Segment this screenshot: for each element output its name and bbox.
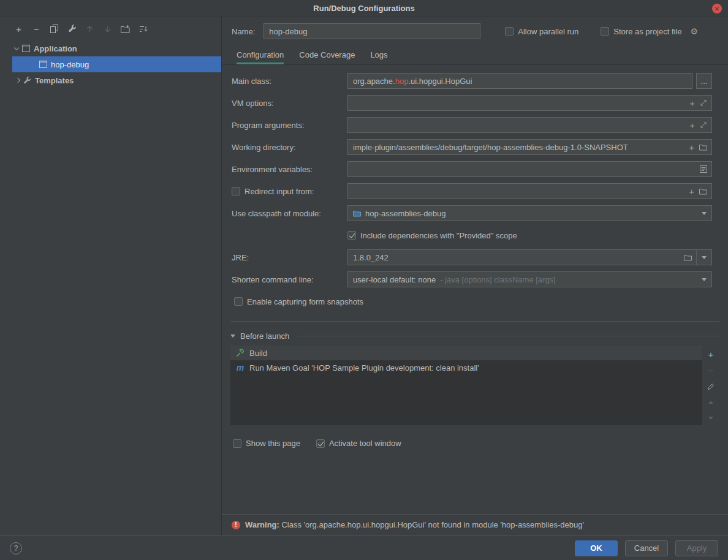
collapse-triangle-icon[interactable] [230,335,235,338]
shorten-command-line-combo[interactable]: user-local default: none - java [options… [347,271,712,287]
name-input[interactable] [264,23,480,39]
tab-code-coverage[interactable]: Code Coverage [299,50,355,64]
application-icon [39,61,47,68]
store-as-project-file-checkbox[interactable]: Store as project file [601,27,681,36]
dialog-footer: ? OK Cancel Apply [0,535,728,560]
cancel-button[interactable]: Cancel [625,540,668,556]
checkbox-box[interactable] [505,27,514,36]
tree-node-templates[interactable]: Templates [0,72,221,88]
tab-bar: Configuration Code Coverage Logs [222,45,728,65]
sort-configurations-icon[interactable] [138,24,148,34]
chevron-down-icon[interactable] [14,45,19,50]
program-arguments-row: Program arguments: + [232,114,718,136]
working-directory-label: Working directory: [232,143,347,152]
gear-icon[interactable]: ⚙ [691,26,699,36]
tree-node-hop-debug[interactable]: hop-debug [12,56,221,72]
remove-task-button[interactable]: − [706,365,716,376]
tree-node-label: Templates [35,76,74,85]
main-class-value-post: .ui.hopgui.HopGui [408,77,472,86]
provided-scope-checkbox[interactable]: Include dependencies with "Provided" sco… [347,231,517,240]
add-task-button[interactable]: + [706,349,716,360]
classpath-module-label: Use classpath of module: [232,209,347,218]
copy-configuration-icon[interactable] [49,24,59,34]
apply-button[interactable]: Apply [675,540,718,556]
working-directory-field[interactable]: imple-plugin/assemblies/debug/target/hop… [347,139,712,155]
move-down-icon[interactable] [102,24,113,34]
add-icon[interactable]: + [689,121,695,130]
checkbox-box[interactable] [601,27,609,36]
tab-logs[interactable]: Logs [370,50,387,64]
environment-variables-field[interactable] [347,161,712,177]
expand-icon[interactable] [700,99,707,107]
title-bar: Run/Debug Configurations ✕ [0,0,728,17]
activate-tool-window-checkbox[interactable]: Activate tool window [316,439,401,448]
allow-parallel-run-checkbox[interactable]: Allow parallel run [505,27,578,36]
tab-configuration[interactable]: Configuration [237,50,284,64]
checkbox-box[interactable] [232,187,240,195]
checkbox-label: Enable capturing form snapshots [247,297,363,306]
folder-icon[interactable] [684,254,692,261]
folder-icon[interactable] [699,188,707,195]
browse-main-class-button[interactable]: ... [696,73,712,89]
tree-node-label: hop-debug [51,60,89,69]
name-label: Name: [232,27,255,36]
move-up-icon[interactable] [85,24,95,34]
shorten-hint: - java [options] className [args] [440,275,556,284]
add-icon[interactable]: + [689,99,695,108]
folder-icon[interactable] [699,144,707,151]
checkbox-box[interactable] [233,439,241,448]
run-debug-configurations-dialog: Run/Debug Configurations ✕ + − [0,0,728,560]
warning-icon: ! [232,521,240,529]
warning-message: Class 'org.apache.hop.ui.hopgui.HopGui' … [279,520,584,529]
checkbox-box[interactable] [234,297,243,306]
list-icon[interactable] [700,165,707,173]
tree-node-label: Application [34,44,77,53]
add-icon[interactable]: + [689,187,694,196]
new-folder-icon[interactable] [120,24,131,34]
redirect-input-checkbox[interactable]: Redirect input from: [232,187,347,196]
jre-row: JRE: 1.8.0_242 [232,246,718,268]
add-icon[interactable]: + [689,143,694,152]
chevron-down-icon[interactable] [702,212,707,215]
redirect-input-field[interactable]: + [347,183,712,199]
before-launch-section: Before launch Build [230,331,719,425]
classpath-module-combo[interactable]: hop-assemblies-debug [347,205,712,221]
configuration-form: Main class: org.apache.hop.ui.hopgui.Hop… [230,65,719,322]
warning-prefix: Warning: [245,520,279,529]
templates-wrench-icon [23,77,31,85]
jre-combo[interactable]: 1.8.0_242 [347,249,712,265]
checkbox-box[interactable] [347,231,356,240]
before-launch-header[interactable]: Before launch [230,331,719,341]
expand-icon[interactable] [700,121,707,129]
close-icon[interactable]: ✕ [712,4,722,13]
remove-configuration-button[interactable]: − [31,24,42,34]
dialog-title: Run/Debug Configurations [313,4,414,13]
checkbox-label: Store as project file [613,27,681,36]
main-class-label: Main class: [232,77,347,86]
move-task-up-icon[interactable] [706,397,716,407]
list-item-build[interactable]: Build [230,346,702,360]
module-icon [353,210,361,217]
edit-pencil-icon[interactable] [706,381,716,392]
show-this-page-checkbox[interactable]: Show this page [233,439,300,448]
chevron-right-icon[interactable] [15,78,20,83]
chevron-down-icon[interactable] [702,256,707,259]
add-configuration-button[interactable]: + [13,24,24,34]
main-class-field[interactable]: org.apache.hop.ui.hopgui.HopGui [347,73,692,89]
vm-options-field[interactable]: + [347,95,712,111]
list-item-maven-goal[interactable]: m Run Maven Goal 'HOP Sample Plugin deve… [230,360,702,375]
chevron-down-icon[interactable] [702,278,707,281]
ok-button[interactable]: OK [575,540,618,556]
checkbox-box[interactable] [316,439,325,448]
edit-defaults-wrench-icon[interactable] [67,24,77,34]
list-item-label: Build [249,349,267,358]
form-snapshots-checkbox[interactable]: Enable capturing form snapshots [234,297,363,306]
before-launch-title: Before launch [240,331,289,341]
tree-node-application[interactable]: Application [0,40,221,56]
move-task-down-icon[interactable] [706,413,716,423]
checkbox-label: Activate tool window [329,439,401,448]
program-arguments-field[interactable]: + [347,117,712,133]
warning-banner: ! Warning: Class 'org.apache.hop.ui.hopg… [222,514,728,535]
environment-variables-row: Environment variables: [232,158,718,180]
help-button[interactable]: ? [10,542,22,554]
